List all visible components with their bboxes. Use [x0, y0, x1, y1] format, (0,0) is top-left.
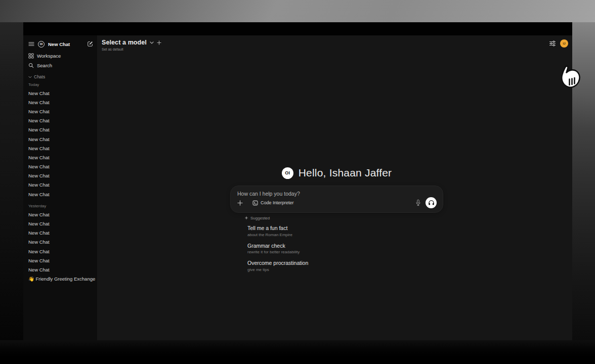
search-icon	[28, 63, 34, 68]
chats-label: Chats	[34, 74, 45, 79]
chat-list-item[interactable]: New Chat	[28, 247, 93, 256]
chat-list-item[interactable]: New Chat	[28, 219, 93, 228]
suggestion-title: Grammar check	[247, 243, 443, 249]
chat-list-item[interactable]: New Chat	[28, 125, 93, 134]
sidebar-item-workspace[interactable]: Workspace	[28, 51, 93, 61]
desktop-wallpaper-left	[0, 22, 23, 340]
chats-section-toggle[interactable]: Chats	[28, 73, 93, 81]
sidebar-title: New Chat	[48, 41, 70, 47]
greeting: OI Hello, Ishaan Jaffer	[230, 167, 443, 179]
chat-list-item[interactable]: New Chat	[28, 134, 93, 144]
suggested-label: Suggested	[250, 216, 270, 220]
model-selector-label: Select a model	[102, 39, 147, 46]
chat-list-item[interactable]: New Chat	[28, 190, 93, 199]
app-logo-large: OI	[282, 167, 293, 179]
suggestion-list: Tell me a fun fact about the Roman Empir…	[244, 222, 443, 275]
sidebar-toggle-icon[interactable]	[28, 41, 34, 47]
suggestion-subtitle: about the Roman Empire	[247, 233, 443, 237]
chat-list-item[interactable]: New Chat	[28, 238, 93, 247]
suggested-section: Suggested Tell me a fun fact about the R…	[230, 215, 443, 275]
model-selector[interactable]: Select a model	[102, 39, 161, 46]
suggestion-title: Tell me a fun fact	[247, 225, 443, 231]
window-titlebar	[23, 22, 572, 35]
chat-list-item[interactable]: New Chat	[28, 116, 93, 125]
attach-plus-icon[interactable]	[237, 200, 243, 206]
chat-list-item[interactable]: New Chat	[28, 256, 93, 265]
chat-list-item[interactable]: New Chat	[28, 107, 93, 116]
sidebar: OI New Chat Workspace	[23, 35, 98, 340]
chat-list-today: New ChatNew ChatNew ChatNew ChatNew Chat…	[28, 88, 93, 199]
chat-group-label-yesterday: Yesterday	[28, 202, 93, 210]
chevron-down-icon	[150, 41, 154, 44]
chat-list-item[interactable]: New Chat	[28, 144, 93, 153]
user-avatar[interactable]: IJ	[560, 39, 568, 48]
suggestion-subtitle: give me tips	[247, 267, 443, 272]
message-composer: Code Interpreter	[230, 186, 443, 213]
add-model-icon[interactable]	[157, 40, 161, 45]
chat-list-yesterday: New ChatNew ChatNew ChatNew ChatNew Chat…	[28, 210, 93, 274]
app-logo: OI	[38, 41, 45, 48]
greeting-text: Hello, Ishaan Jaffer	[299, 167, 392, 179]
code-interpreter-toggle[interactable]: Code Interpreter	[252, 200, 294, 206]
chat-list-item[interactable]: New Chat	[28, 171, 93, 180]
code-interpreter-label: Code Interpreter	[261, 200, 294, 205]
set-as-default-link[interactable]: Set as default	[102, 48, 161, 51]
main-panel: Select a model Set as default IJ	[98, 35, 572, 340]
controls-sliders-icon[interactable]	[549, 40, 556, 47]
voice-call-button[interactable]	[426, 197, 437, 208]
chat-list-item[interactable]: New Chat	[28, 210, 93, 219]
workspace-grid-icon	[28, 53, 34, 59]
terminal-icon	[252, 200, 258, 206]
microphone-icon[interactable]	[415, 199, 421, 206]
headphones-icon	[428, 200, 435, 206]
suggestion-title: Overcome procrastination	[247, 260, 443, 266]
chat-list-item[interactable]: New Chat	[28, 88, 93, 98]
desktop-wallpaper-top	[0, 0, 595, 22]
chat-list-item[interactable]: New Chat	[28, 180, 93, 190]
chat-group-label-today: Today	[28, 81, 93, 88]
chevron-down-icon	[28, 76, 32, 78]
app-window: OI New Chat Workspace	[23, 22, 572, 340]
chat-list-item-named[interactable]: 👋 Friendly Greeting Exchange	[28, 275, 93, 284]
chat-list-item[interactable]: New Chat	[28, 153, 93, 162]
suggestion-item[interactable]: Overcome procrastination give me tips	[247, 257, 443, 275]
suggestion-subtitle: rewrite it for better readability	[247, 250, 443, 254]
sidebar-item-search[interactable]: Search	[28, 61, 93, 70]
new-chat-icon[interactable]	[87, 41, 93, 47]
workspace-label: Workspace	[37, 53, 61, 59]
desktop-wallpaper-right	[572, 22, 595, 340]
suggestion-item[interactable]: Grammar check rewrite it for better read…	[247, 240, 443, 258]
desktop-wallpaper-bottom	[0, 340, 595, 364]
message-input[interactable]	[237, 191, 437, 197]
suggestion-item[interactable]: Tell me a fun fact about the Roman Empir…	[247, 222, 443, 240]
chat-list-item[interactable]: New Chat	[28, 162, 93, 171]
sparkle-icon	[244, 216, 248, 220]
chat-list-item[interactable]: New Chat	[28, 98, 93, 107]
search-label: Search	[37, 63, 52, 68]
chat-list-item[interactable]: New Chat	[28, 265, 93, 274]
chat-list-item[interactable]: New Chat	[28, 229, 93, 238]
screen: OI New Chat Workspace	[0, 0, 595, 364]
